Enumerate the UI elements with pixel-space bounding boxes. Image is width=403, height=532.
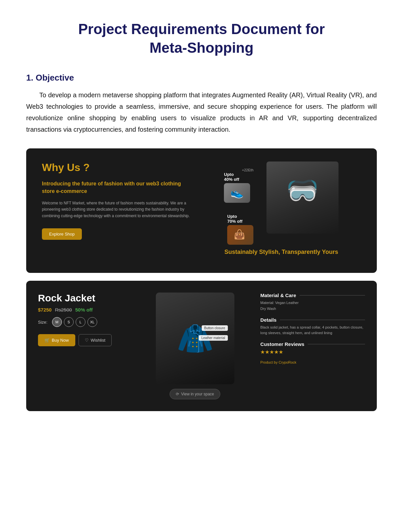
why-us-subtitle: Introducing the future of fashion with o… [42,180,195,195]
jacket-price: $7250 Rs2500 50% off [38,307,130,313]
why-us-card: Why Us ? Introducing the future of fashi… [26,148,377,273]
details-title: Details [260,317,365,323]
material-care-body: Material: Vegan LeatherDry Wash [260,300,365,312]
size-l-button[interactable]: L [76,317,85,327]
why-us-body-text: Welcome to NFT Market, where the future … [42,200,195,219]
customer-reviews-title: Customer Reviews [260,341,365,347]
size-selector: Size: M S L XL [38,317,130,327]
star-rating: ★★★★★ [260,349,365,355]
size-label: Size: [38,320,47,325]
details-body: Black solid jacket, has a spread collar,… [260,325,365,336]
details-section: Details Black solid jacket, has a spread… [260,317,365,336]
ar-view-button[interactable]: ⟳ View in your space [170,389,220,399]
material-care-title: Material & Care [260,293,365,298]
cart-icon: 🛒 [45,338,50,343]
jacket-price-new: $7250 [38,307,52,313]
why-us-right-panel: +22Eth Upto 40% off Upto 70% off [202,162,361,256]
jacket-price-old: Rs2500 [55,307,72,313]
jacket-center-panel: Button closure Leather material ⟳ View i… [138,293,252,399]
discount-block-2: Upto 70% off [227,214,253,246]
size-s-button[interactable]: S [64,317,74,327]
discount-2-label: Upto 70% off [227,214,253,224]
jacket-card: Rock Jacket $7250 Rs2500 50% off Size: M… [26,281,377,411]
jacket-product-image: Button closure Leather material [156,293,234,384]
tooltip-leather-material: Leather material [199,335,228,341]
eth-badge: +22Eth [224,168,253,172]
shoe-image [224,183,250,203]
material-care-section: Material & Care Material: Vegan LeatherD… [260,293,365,312]
jacket-right-panel: Material & Care Material: Vegan LeatherD… [260,293,365,364]
size-xl-button[interactable]: XL [87,317,97,327]
ar-icon: ⟳ [176,392,179,396]
size-m-button[interactable]: M [52,317,62,327]
wishlist-button[interactable]: ♡ Wishlist [79,334,112,346]
tagline: Sustainably Stylish, Transparently Yours [202,249,361,256]
objective-text: To develop a modern metaverse shopping p… [26,89,377,135]
vr-person-image [266,162,339,234]
why-us-left-panel: Why Us ? Introducing the future of fashi… [42,162,195,239]
section-1-heading: 1. Objective [26,73,377,83]
explore-shop-button[interactable]: Explore Shop [42,228,82,240]
jacket-title: Rock Jacket [38,293,130,304]
discount-1-label: Upto 40% off [224,172,253,182]
jacket-action-buttons: 🛒 Buy Now ♡ Wishlist [38,334,130,346]
discount-block-1: +22Eth Upto 40% off [224,168,253,204]
tooltip-button-closure: Button closure [202,325,228,331]
heart-icon: ♡ [85,338,89,343]
page-title: Project Requirements Document for Meta-S… [26,20,377,57]
jacket-price-off: 50% off [75,307,93,313]
why-us-title: Why Us ? [42,162,195,174]
jacket-left-panel: Rock Jacket $7250 Rs2500 50% off Size: M… [38,293,130,346]
reviews-section: Customer Reviews ★★★★★ [260,341,365,355]
buy-now-button[interactable]: 🛒 Buy Now [38,334,75,346]
bag-image [227,225,253,245]
product-brand: Product by CrypoRock [260,360,365,364]
